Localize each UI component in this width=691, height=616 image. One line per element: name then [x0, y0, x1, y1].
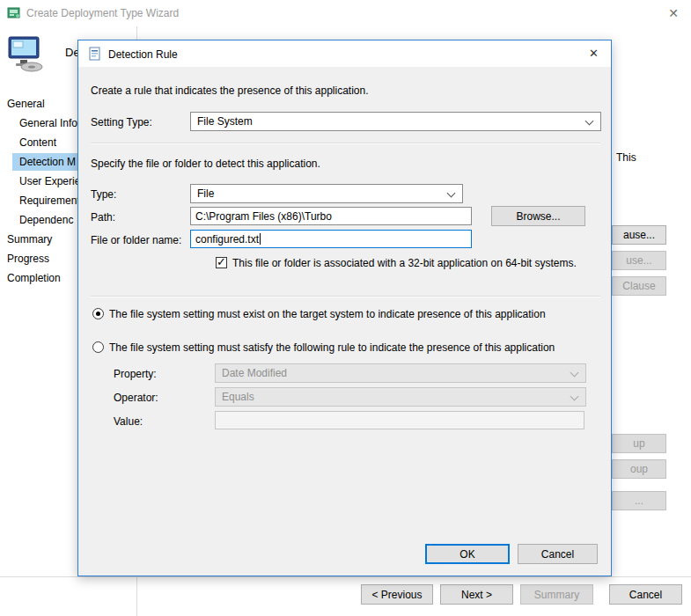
dialog-titlebar: Detection Rule ✕ [78, 40, 611, 67]
file-or-folder-name-input[interactable]: configured.txt [190, 230, 472, 248]
background-text-fragment: This [616, 151, 636, 164]
dialog-intro-text: Create a rule that indicates the presenc… [91, 84, 369, 97]
property-value: Date Modified [222, 367, 287, 379]
section-divider [91, 296, 600, 297]
wizard-icon [7, 6, 21, 20]
value-label: Value: [114, 415, 143, 428]
chevron-down-icon [570, 369, 579, 378]
operator-dropdown: Equals [215, 387, 586, 407]
dialog-title: Detection Rule [108, 48, 178, 61]
rule-must-satisfy-radio-label: The file system setting must satisfy the… [109, 341, 555, 354]
rule-must-exist-radio[interactable] [92, 308, 104, 319]
chevron-down-icon [447, 189, 456, 198]
delete-clause-button-fragment: Clause [612, 276, 666, 296]
sidebar-item-summary[interactable]: Summary [7, 231, 52, 248]
rule-must-satisfy-radio[interactable] [92, 341, 104, 353]
wizard-cancel-button[interactable]: Cancel [609, 584, 682, 605]
chevron-down-icon [585, 117, 594, 126]
add-clause-button-fragment[interactable]: ause... [612, 225, 666, 245]
type-label: Type: [91, 188, 116, 201]
footer-divider [0, 576, 691, 577]
file-or-folder-name-value: configured.txt [195, 233, 259, 246]
operator-label: Operator: [114, 392, 158, 404]
chevron-down-icon [570, 392, 579, 401]
previous-button[interactable]: < Previous [361, 584, 433, 605]
edit-clause-button-fragment: use... [612, 251, 666, 270]
type-value: File [197, 187, 214, 200]
window-close-icon[interactable]: ✕ [668, 6, 679, 20]
assoc-32bit-checkbox[interactable] [216, 257, 227, 268]
assoc-32bit-checkbox-label: This file or folder is associated with a… [232, 257, 577, 269]
specify-text: Specify the file or folder to detect thi… [91, 158, 320, 170]
section-divider [91, 143, 600, 144]
sidebar-item-user-experience[interactable]: User Experie [19, 172, 80, 190]
rule-must-exist-radio-label: The file system setting must exist on th… [109, 308, 546, 320]
sidebar-item-general-info[interactable]: General Info [19, 114, 77, 132]
window-titlebar: Create Deployment Type Wizard ✕ [0, 0, 691, 26]
ungroup-button-fragment: oup [612, 459, 666, 479]
property-dropdown: Date Modified [215, 363, 586, 383]
setting-type-label: Setting Type: [91, 116, 152, 128]
group-button-fragment: up [612, 434, 666, 453]
detection-rule-icon [88, 47, 102, 61]
dialog-close-icon[interactable]: ✕ [589, 47, 599, 60]
ellipsis-button-fragment: ... [612, 491, 666, 510]
window-title: Create Deployment Type Wizard [26, 7, 179, 19]
application-icon [5, 33, 46, 74]
value-input [215, 411, 584, 429]
setting-type-dropdown[interactable]: File System [190, 112, 601, 131]
path-value: C:\Program Files (x86)\Turbo [195, 210, 332, 223]
path-label: Path: [91, 211, 115, 224]
sidebar-item-dependencies[interactable]: Dependenc [19, 211, 73, 229]
text-caret [260, 233, 261, 245]
path-input[interactable]: C:\Program Files (x86)\Turbo [190, 207, 472, 225]
type-dropdown[interactable]: File [190, 184, 463, 203]
file-or-folder-name-label: File or folder name: [91, 234, 181, 246]
sidebar-item-completion[interactable]: Completion [7, 269, 61, 287]
sidebar-item-general[interactable]: General [7, 95, 45, 113]
detection-rule-dialog: Detection Rule ✕ Create a rule that indi… [77, 40, 612, 576]
create-deployment-type-wizard-window: Create Deployment Type Wizard ✕ De Gener… [0, 0, 691, 616]
next-button[interactable]: Next > [440, 584, 513, 605]
sidebar-item-requirements[interactable]: Requirement [19, 192, 80, 209]
summary-button: Summary [520, 584, 593, 605]
operator-value: Equals [222, 391, 254, 403]
cancel-button[interactable]: Cancel [518, 544, 598, 564]
sidebar-item-progress[interactable]: Progress [7, 250, 49, 268]
setting-type-value: File System [197, 115, 253, 128]
ok-button[interactable]: OK [425, 544, 510, 564]
property-label: Property: [114, 368, 157, 380]
sidebar-item-content[interactable]: Content [19, 134, 56, 151]
browse-button[interactable]: Browse... [491, 206, 585, 226]
